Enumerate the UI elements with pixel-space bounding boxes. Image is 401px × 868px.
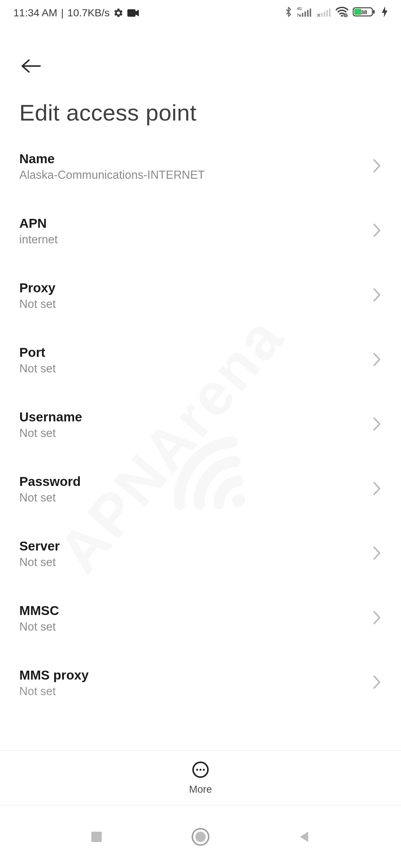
nav-back-button[interactable] bbox=[293, 826, 316, 848]
setting-label: MMSC bbox=[19, 603, 59, 618]
setting-label: APN bbox=[19, 216, 58, 231]
chevron-right-icon bbox=[372, 287, 382, 304]
svg-point-22 bbox=[203, 769, 205, 770]
more-button[interactable]: More bbox=[189, 761, 212, 795]
nav-recents-button[interactable] bbox=[85, 826, 108, 848]
nav-home-button[interactable] bbox=[189, 826, 212, 848]
setting-value: Not set bbox=[19, 427, 82, 440]
setting-row-port[interactable]: Port Not set bbox=[19, 328, 382, 392]
svg-rect-4 bbox=[304, 11, 306, 17]
setting-value: Not set bbox=[19, 620, 59, 634]
status-bar: 11:34 AM | 10.7KB/s 4G bbox=[0, 0, 401, 26]
setting-row-name[interactable]: Name Alaska-Communications-INTERNET bbox=[19, 134, 382, 199]
more-icon bbox=[192, 761, 209, 780]
setting-row-username[interactable]: Username Not set bbox=[19, 392, 382, 457]
setting-value: Not set bbox=[19, 556, 60, 569]
svg-rect-10 bbox=[326, 10, 328, 17]
more-label: More bbox=[189, 784, 212, 795]
bluetooth-icon bbox=[284, 6, 293, 20]
status-separator: | bbox=[61, 7, 63, 19]
setting-value: Alaska-Communications-INTERNET bbox=[19, 168, 205, 182]
status-right: 4G bbox=[284, 6, 388, 20]
setting-row-password[interactable]: Password Not set bbox=[19, 457, 382, 522]
status-time: 11:34 AM bbox=[13, 7, 57, 19]
status-left: 11:34 AM | 10.7KB/s bbox=[13, 7, 139, 19]
setting-value: internet bbox=[19, 233, 58, 246]
setting-row-server[interactable]: Server Not set bbox=[19, 522, 382, 586]
setting-label: Server bbox=[19, 539, 60, 553]
chevron-right-icon bbox=[372, 417, 382, 433]
setting-label: MMS proxy bbox=[19, 668, 89, 683]
svg-point-21 bbox=[199, 769, 201, 770]
camera-icon bbox=[127, 9, 139, 17]
bottom-actions: More bbox=[0, 750, 401, 806]
svg-rect-0 bbox=[127, 9, 136, 17]
status-net-speed: 10.7KB/s bbox=[68, 7, 110, 19]
setting-label: Username bbox=[19, 410, 82, 424]
setting-label: Name bbox=[19, 151, 205, 166]
svg-rect-3 bbox=[302, 13, 303, 17]
svg-point-20 bbox=[196, 769, 198, 770]
charging-icon bbox=[382, 6, 388, 20]
system-nav-bar bbox=[0, 806, 401, 868]
setting-value: Not set bbox=[19, 297, 56, 311]
svg-rect-15 bbox=[354, 9, 361, 15]
signal-4g-icon: 4G bbox=[297, 6, 312, 20]
wifi-icon bbox=[336, 7, 348, 20]
settings-list[interactable]: Name Alaska-Communications-INTERNET APN … bbox=[0, 134, 401, 750]
setting-row-mms-proxy[interactable]: MMS proxy Not set bbox=[19, 651, 382, 715]
page-title: Edit access point bbox=[0, 76, 401, 136]
signal-none-icon bbox=[316, 6, 331, 20]
gear-icon bbox=[113, 8, 124, 18]
svg-rect-9 bbox=[324, 11, 325, 17]
svg-rect-11 bbox=[329, 9, 330, 17]
svg-point-12 bbox=[341, 14, 343, 16]
chevron-right-icon bbox=[372, 675, 382, 691]
setting-label: Port bbox=[19, 345, 56, 360]
svg-point-13 bbox=[344, 14, 347, 17]
chevron-right-icon bbox=[372, 223, 382, 239]
svg-text:38: 38 bbox=[361, 9, 367, 15]
svg-text:4G: 4G bbox=[297, 7, 302, 11]
setting-row-apn[interactable]: APN internet bbox=[19, 199, 382, 263]
svg-rect-5 bbox=[307, 10, 309, 17]
svg-point-25 bbox=[195, 832, 206, 842]
chevron-right-icon bbox=[372, 546, 382, 562]
battery-icon: 38 bbox=[353, 6, 377, 20]
chevron-right-icon bbox=[372, 352, 382, 368]
svg-rect-2 bbox=[299, 14, 301, 17]
svg-rect-8 bbox=[321, 13, 323, 17]
chevron-right-icon bbox=[372, 158, 382, 175]
svg-rect-23 bbox=[91, 832, 102, 842]
svg-rect-16 bbox=[373, 10, 375, 14]
setting-label: Proxy bbox=[19, 280, 56, 295]
svg-rect-6 bbox=[310, 9, 311, 17]
chevron-right-icon bbox=[372, 481, 382, 497]
chevron-right-icon bbox=[372, 610, 382, 627]
setting-label: Password bbox=[19, 474, 81, 489]
back-arrow-icon[interactable] bbox=[19, 69, 43, 75]
setting-value: Not set bbox=[19, 362, 56, 375]
setting-row-mmsc[interactable]: MMSC Not set bbox=[19, 586, 382, 651]
setting-value: Not set bbox=[19, 491, 81, 504]
setting-row-proxy[interactable]: Proxy Not set bbox=[19, 263, 382, 328]
setting-value: Not set bbox=[19, 685, 89, 698]
